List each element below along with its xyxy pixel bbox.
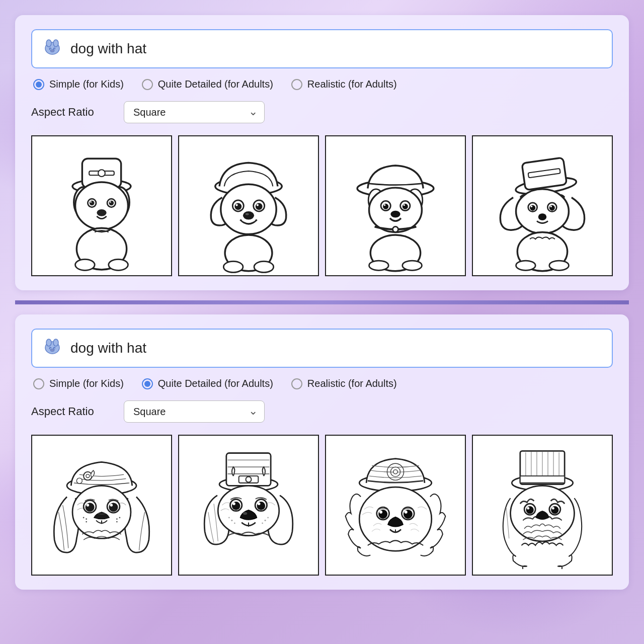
top-radio-simple-circle <box>33 79 44 90</box>
svg-point-7 <box>54 49 55 50</box>
svg-point-78 <box>76 478 82 484</box>
bottom-aspect-select-wrapper: Square Portrait Landscape <box>124 400 265 423</box>
bottom-radio-realistic[interactable]: Realistic (for Adults) <box>291 378 397 389</box>
svg-point-84 <box>87 504 90 507</box>
svg-point-95 <box>246 476 251 482</box>
svg-point-19 <box>90 201 92 203</box>
svg-point-24 <box>109 259 128 270</box>
svg-point-14 <box>75 182 128 229</box>
svg-point-113 <box>393 470 397 474</box>
svg-point-68 <box>46 339 51 346</box>
svg-point-34 <box>246 213 249 215</box>
bottom-image-1[interactable] <box>31 435 172 576</box>
bottom-image-grid <box>31 435 613 576</box>
svg-point-81 <box>86 503 95 512</box>
top-radio-detailed[interactable]: Quite Detailed (for Adults) <box>142 78 273 90</box>
svg-point-41 <box>369 188 422 232</box>
svg-point-66 <box>549 261 569 270</box>
svg-point-77 <box>86 474 90 478</box>
bottom-aspect-select[interactable]: Square Portrait Landscape <box>124 400 265 423</box>
top-radio-row: Simple (for Kids) Quite Detailed (for Ad… <box>31 78 613 90</box>
bottom-radio-simple-label: Simple (for Kids) <box>49 378 124 389</box>
svg-point-51 <box>369 261 389 270</box>
svg-point-87 <box>83 517 85 518</box>
svg-point-11 <box>98 170 105 177</box>
svg-point-26 <box>221 184 276 234</box>
top-panel: Simple (for Kids) Quite Detailed (for Ad… <box>15 15 629 290</box>
top-radio-realistic[interactable]: Realistic (for Adults) <box>291 78 397 90</box>
svg-point-128 <box>551 506 558 514</box>
svg-point-30 <box>256 203 263 210</box>
svg-point-65 <box>516 261 536 270</box>
svg-point-91 <box>116 521 118 523</box>
svg-point-89 <box>116 518 118 520</box>
top-aspect-select[interactable]: Square Portrait Landscape <box>124 101 265 123</box>
svg-point-6 <box>50 49 51 50</box>
svg-point-63 <box>538 213 547 220</box>
svg-point-48 <box>390 211 400 218</box>
svg-point-28 <box>234 203 242 210</box>
top-aspect-select-wrapper: Square Portrait Landscape <box>124 101 265 123</box>
top-radio-simple[interactable]: Simple (for Kids) <box>33 78 124 90</box>
bottom-radio-realistic-circle <box>291 378 302 389</box>
top-radio-detailed-label: Quite Detailed (for Adults) <box>158 78 273 90</box>
svg-point-108 <box>262 523 263 524</box>
bottom-radio-realistic-label: Realistic (for Adults) <box>307 378 397 389</box>
top-image-2[interactable] <box>178 135 319 276</box>
svg-point-126 <box>526 506 534 514</box>
svg-point-52 <box>403 261 422 270</box>
svg-point-32 <box>257 204 259 206</box>
svg-point-43 <box>383 204 388 209</box>
top-image-4[interactable] <box>472 135 613 276</box>
svg-point-102 <box>258 502 261 505</box>
top-radio-realistic-circle <box>291 79 302 90</box>
svg-point-120 <box>405 511 408 514</box>
bottom-panel: Simple (for Kids) Quite Detailed (for Ad… <box>15 314 629 590</box>
bottom-radio-row: Simple (for Kids) Quite Detailed (for Ad… <box>31 378 613 389</box>
svg-point-1 <box>46 40 51 47</box>
svg-point-130 <box>552 507 554 510</box>
top-search-input[interactable] <box>70 41 603 57</box>
svg-point-86 <box>86 518 87 520</box>
bottom-radio-simple[interactable]: Simple (for Kids) <box>33 378 124 389</box>
svg-point-46 <box>384 204 385 206</box>
svg-point-23 <box>75 259 95 270</box>
svg-point-72 <box>50 349 54 352</box>
bottom-radio-detailed[interactable]: Quite Detailed (for Adults) <box>142 378 273 389</box>
svg-point-49 <box>392 226 398 232</box>
bottom-image-2[interactable] <box>178 435 319 576</box>
bottom-image-3[interactable] <box>325 435 466 576</box>
svg-point-56 <box>516 189 569 233</box>
svg-point-18 <box>109 201 114 206</box>
svg-point-88 <box>86 521 87 523</box>
svg-point-104 <box>231 520 232 521</box>
svg-point-101 <box>232 502 235 505</box>
top-radio-detailed-circle <box>142 79 153 90</box>
top-image-grid <box>31 135 613 276</box>
svg-point-105 <box>234 523 235 524</box>
svg-point-106 <box>228 517 230 518</box>
bottom-radio-simple-circle <box>33 378 44 389</box>
bottom-search-container <box>31 329 613 368</box>
svg-point-36 <box>223 261 243 272</box>
top-radio-simple-label: Simple (for Kids) <box>49 78 124 90</box>
svg-point-83 <box>109 503 118 512</box>
top-search-container <box>31 29 613 68</box>
svg-point-45 <box>403 204 408 209</box>
top-image-3[interactable] <box>325 135 466 276</box>
svg-rect-123 <box>520 476 565 483</box>
bottom-search-input[interactable] <box>70 340 603 356</box>
svg-point-37 <box>254 261 274 272</box>
svg-point-5 <box>50 50 54 52</box>
bottom-image-4[interactable] <box>472 435 613 576</box>
top-image-1[interactable] <box>31 135 172 276</box>
top-aspect-label: Aspect Ratio <box>31 106 112 119</box>
svg-point-73 <box>50 348 51 349</box>
section-divider <box>15 300 629 304</box>
svg-point-119 <box>379 511 382 514</box>
svg-point-85 <box>110 504 113 507</box>
svg-point-20 <box>110 201 111 203</box>
top-aspect-row: Aspect Ratio Square Portrait Landscape <box>31 101 613 123</box>
svg-point-58 <box>530 205 535 211</box>
svg-point-2 <box>53 40 58 47</box>
